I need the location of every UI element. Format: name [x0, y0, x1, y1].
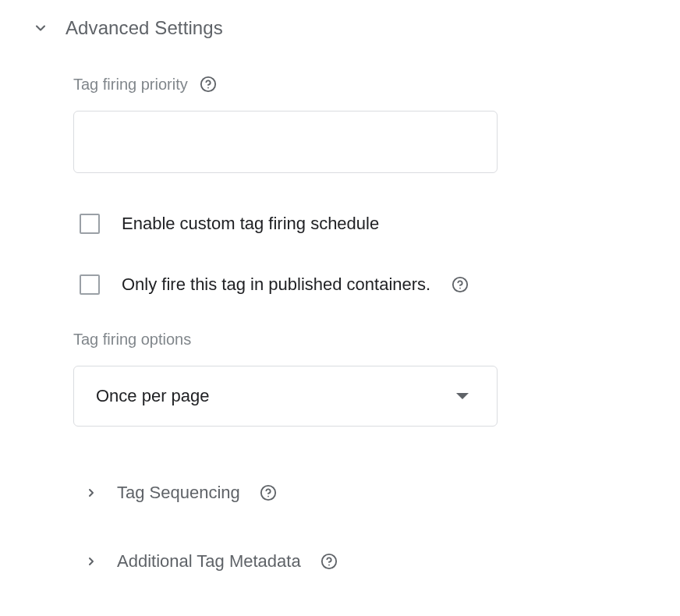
chevron-down-icon	[31, 19, 50, 37]
tag-sequencing-row[interactable]: Tag Sequencing	[73, 483, 530, 503]
section-title: Advanced Settings	[66, 17, 223, 39]
section-body: Tag firing priority Enable custom tag fi…	[31, 75, 530, 572]
enable-schedule-checkbox[interactable]	[80, 214, 100, 234]
advanced-settings-header[interactable]: Advanced Settings	[31, 17, 680, 39]
help-icon[interactable]	[199, 75, 218, 94]
enable-schedule-label: Enable custom tag firing schedule	[122, 214, 379, 234]
priority-label-row: Tag firing priority	[73, 75, 530, 94]
priority-label: Tag firing priority	[73, 76, 188, 94]
tag-sequencing-title: Tag Sequencing	[117, 483, 240, 503]
additional-tag-metadata-title: Additional Tag Metadata	[117, 551, 301, 572]
caret-down-icon	[456, 393, 469, 399]
help-icon[interactable]	[320, 552, 338, 571]
firing-options-label: Tag firing options	[73, 331, 191, 349]
advanced-settings-panel: Advanced Settings Tag firing priority En…	[0, 0, 680, 616]
published-only-label: Only fire this tag in published containe…	[122, 274, 430, 295]
chevron-right-icon	[84, 554, 98, 568]
help-icon[interactable]	[451, 275, 469, 294]
firing-options-label-row: Tag firing options	[73, 331, 530, 349]
select-value: Once per page	[96, 386, 210, 406]
enable-schedule-row[interactable]: Enable custom tag firing schedule	[73, 214, 530, 234]
published-only-row[interactable]: Only fire this tag in published containe…	[73, 274, 530, 295]
chevron-right-icon	[84, 486, 98, 500]
additional-tag-metadata-row[interactable]: Additional Tag Metadata	[73, 551, 530, 572]
tag-firing-priority-input[interactable]	[73, 111, 498, 173]
help-icon[interactable]	[259, 483, 278, 502]
tag-firing-options-select[interactable]: Once per page	[73, 366, 498, 427]
published-only-checkbox[interactable]	[80, 274, 100, 295]
